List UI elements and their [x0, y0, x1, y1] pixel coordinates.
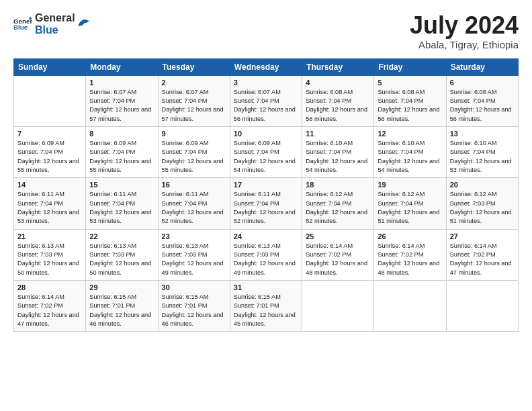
calendar-cell: 1Sunrise: 6:07 AMSunset: 7:04 PMDaylight… [86, 75, 158, 126]
day-number: 25 [306, 232, 370, 240]
cell-details: Sunrise: 6:09 AMSunset: 7:04 PMDaylight:… [89, 140, 151, 173]
calendar-cell: 5Sunrise: 6:08 AMSunset: 7:04 PMDaylight… [374, 75, 446, 126]
calendar-week-row: 28Sunrise: 6:14 AMSunset: 7:02 PMDayligh… [14, 281, 519, 332]
day-number: 14 [17, 181, 82, 189]
cell-details: Sunrise: 6:12 AMSunset: 7:04 PMDaylight:… [378, 191, 439, 224]
cell-details: Sunrise: 6:07 AMSunset: 7:04 PMDaylight:… [89, 89, 151, 122]
calendar-cell: 24Sunrise: 6:13 AMSunset: 7:03 PMDayligh… [230, 229, 302, 280]
day-number: 28 [17, 283, 82, 291]
day-number: 30 [162, 283, 226, 291]
calendar-cell: 12Sunrise: 6:10 AMSunset: 7:04 PMDayligh… [374, 126, 446, 177]
logo-icon: General Blue [13, 15, 32, 34]
calendar-week-row: 14Sunrise: 6:11 AMSunset: 7:04 PMDayligh… [14, 178, 519, 229]
day-number: 19 [378, 181, 442, 189]
calendar-cell [14, 75, 86, 126]
day-number: 8 [89, 130, 154, 138]
day-number: 3 [234, 79, 298, 87]
calendar-cell [374, 281, 446, 332]
day-number: 2 [162, 79, 226, 87]
logo-general: General [35, 12, 75, 24]
day-number: 12 [378, 130, 442, 138]
day-number: 24 [234, 232, 298, 240]
day-number: 23 [162, 232, 226, 240]
cell-details: Sunrise: 6:08 AMSunset: 7:04 PMDaylight:… [378, 89, 439, 122]
calendar-cell: 22Sunrise: 6:13 AMSunset: 7:03 PMDayligh… [86, 229, 158, 280]
cell-details: Sunrise: 6:13 AMSunset: 7:03 PMDaylight:… [162, 242, 224, 276]
calendar-cell: 7Sunrise: 6:09 AMSunset: 7:04 PMDaylight… [14, 126, 86, 177]
day-number: 6 [450, 79, 515, 87]
day-number: 1 [89, 79, 154, 87]
day-number: 10 [234, 130, 298, 138]
day-number: 11 [306, 130, 370, 138]
cell-details: Sunrise: 6:08 AMSunset: 7:04 PMDaylight:… [306, 89, 367, 122]
cell-details: Sunrise: 6:11 AMSunset: 7:04 PMDaylight:… [162, 191, 224, 224]
calendar-cell: 4Sunrise: 6:08 AMSunset: 7:04 PMDaylight… [302, 75, 374, 126]
logo-blue: Blue [35, 24, 75, 36]
header-day-monday: Monday [86, 58, 158, 75]
cell-details: Sunrise: 6:15 AMSunset: 7:01 PMDaylight:… [89, 293, 151, 327]
cell-details: Sunrise: 6:11 AMSunset: 7:04 PMDaylight:… [17, 191, 79, 224]
title-block: July 2024 Abala, Tigray, Ethiopia [410, 12, 519, 50]
day-number: 27 [450, 232, 515, 240]
header-day-tuesday: Tuesday [158, 58, 230, 75]
day-number: 4 [306, 79, 370, 87]
header-day-thursday: Thursday [302, 58, 374, 75]
calendar-week-row: 21Sunrise: 6:13 AMSunset: 7:03 PMDayligh… [14, 229, 519, 280]
calendar-cell: 20Sunrise: 6:12 AMSunset: 7:03 PMDayligh… [446, 178, 518, 229]
calendar-cell: 13Sunrise: 6:10 AMSunset: 7:04 PMDayligh… [446, 126, 518, 177]
cell-details: Sunrise: 6:12 AMSunset: 7:04 PMDaylight:… [306, 191, 367, 224]
calendar-cell [446, 281, 518, 332]
calendar-cell: 31Sunrise: 6:15 AMSunset: 7:01 PMDayligh… [230, 281, 302, 332]
day-number: 21 [17, 232, 82, 240]
calendar-cell: 30Sunrise: 6:15 AMSunset: 7:01 PMDayligh… [158, 281, 230, 332]
cell-details: Sunrise: 6:15 AMSunset: 7:01 PMDaylight:… [162, 293, 224, 327]
month-year-title: July 2024 [410, 12, 519, 39]
calendar-cell: 29Sunrise: 6:15 AMSunset: 7:01 PMDayligh… [86, 281, 158, 332]
cell-details: Sunrise: 6:09 AMSunset: 7:04 PMDaylight:… [17, 140, 79, 173]
cell-details: Sunrise: 6:11 AMSunset: 7:04 PMDaylight:… [234, 191, 296, 224]
calendar-cell: 28Sunrise: 6:14 AMSunset: 7:02 PMDayligh… [14, 281, 86, 332]
cell-details: Sunrise: 6:10 AMSunset: 7:04 PMDaylight:… [306, 140, 367, 173]
header-day-friday: Friday [374, 58, 446, 75]
calendar-cell: 8Sunrise: 6:09 AMSunset: 7:04 PMDaylight… [86, 126, 158, 177]
day-number: 29 [89, 283, 154, 291]
cell-details: Sunrise: 6:12 AMSunset: 7:03 PMDaylight:… [450, 191, 512, 224]
calendar-cell: 26Sunrise: 6:14 AMSunset: 7:02 PMDayligh… [374, 229, 446, 280]
header-day-wednesday: Wednesday [230, 58, 302, 75]
cell-details: Sunrise: 6:09 AMSunset: 7:04 PMDaylight:… [162, 140, 224, 173]
cell-details: Sunrise: 6:13 AMSunset: 7:03 PMDaylight:… [89, 242, 151, 276]
day-number: 15 [89, 181, 154, 189]
cell-details: Sunrise: 6:08 AMSunset: 7:04 PMDaylight:… [450, 89, 512, 122]
svg-text:Blue: Blue [13, 24, 28, 32]
calendar-cell: 21Sunrise: 6:13 AMSunset: 7:03 PMDayligh… [14, 229, 86, 280]
header: General Blue General Blue July 2024 Abal… [13, 12, 519, 50]
cell-details: Sunrise: 6:13 AMSunset: 7:03 PMDaylight:… [234, 242, 296, 276]
calendar-cell [302, 281, 374, 332]
day-number: 7 [17, 130, 82, 138]
day-number: 20 [450, 181, 515, 189]
calendar-cell: 19Sunrise: 6:12 AMSunset: 7:04 PMDayligh… [374, 178, 446, 229]
day-number: 26 [378, 232, 442, 240]
page: General Blue General Blue July 2024 Abal… [0, 0, 532, 340]
calendar-cell: 25Sunrise: 6:14 AMSunset: 7:02 PMDayligh… [302, 229, 374, 280]
calendar-table: SundayMondayTuesdayWednesdayThursdayFrid… [13, 58, 519, 332]
calendar-week-row: 1Sunrise: 6:07 AMSunset: 7:04 PMDaylight… [14, 75, 519, 126]
calendar-cell: 11Sunrise: 6:10 AMSunset: 7:04 PMDayligh… [302, 126, 374, 177]
cell-details: Sunrise: 6:09 AMSunset: 7:04 PMDaylight:… [234, 140, 296, 173]
day-number: 31 [234, 283, 298, 291]
cell-details: Sunrise: 6:10 AMSunset: 7:04 PMDaylight:… [450, 140, 512, 173]
day-number: 16 [162, 181, 226, 189]
cell-details: Sunrise: 6:07 AMSunset: 7:04 PMDaylight:… [162, 89, 224, 122]
calendar-cell: 9Sunrise: 6:09 AMSunset: 7:04 PMDaylight… [158, 126, 230, 177]
header-day-sunday: Sunday [14, 58, 86, 75]
cell-details: Sunrise: 6:14 AMSunset: 7:02 PMDaylight:… [378, 242, 439, 276]
calendar-cell: 14Sunrise: 6:11 AMSunset: 7:04 PMDayligh… [14, 178, 86, 229]
day-number: 5 [378, 79, 442, 87]
cell-details: Sunrise: 6:13 AMSunset: 7:03 PMDaylight:… [17, 242, 79, 276]
logo-bird-icon [77, 16, 91, 28]
calendar-cell: 6Sunrise: 6:08 AMSunset: 7:04 PMDaylight… [446, 75, 518, 126]
calendar-cell: 3Sunrise: 6:07 AMSunset: 7:04 PMDaylight… [230, 75, 302, 126]
cell-details: Sunrise: 6:15 AMSunset: 7:01 PMDaylight:… [234, 293, 296, 327]
calendar-cell: 27Sunrise: 6:14 AMSunset: 7:02 PMDayligh… [446, 229, 518, 280]
day-number: 18 [306, 181, 370, 189]
